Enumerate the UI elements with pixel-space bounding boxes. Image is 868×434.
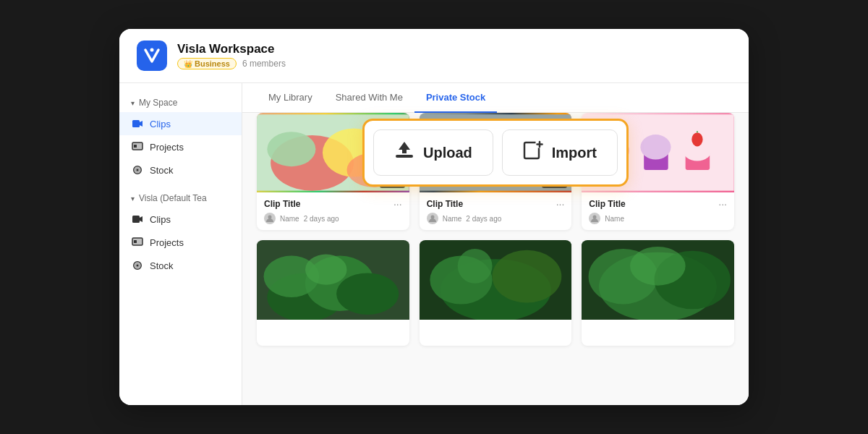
my-space-label: My Space — [139, 98, 177, 108]
import-icon — [523, 140, 543, 165]
sidebar-item-team-stock[interactable]: Stock — [119, 254, 242, 277]
clip-card-4[interactable] — [420, 240, 572, 346]
content-area: My Library Shared With Me Private Stock — [242, 83, 749, 405]
stock-icon — [131, 163, 144, 176]
clip-more-2[interactable]: ··· — [718, 198, 727, 210]
clip-avatar-0 — [264, 213, 276, 224]
upload-icon — [394, 140, 414, 165]
svg-rect-1 — [132, 120, 140, 127]
my-space-chevron: ▾ — [131, 99, 135, 107]
app-window: Visla Workspace Business 6 members ▾ My … — [119, 29, 749, 405]
svg-point-39 — [593, 216, 597, 219]
clip-meta-1: Name 2 days ago — [427, 213, 565, 224]
popup-box: Upload Import — [362, 119, 629, 187]
sidebar-item-team-clips[interactable]: Clips — [119, 208, 242, 231]
clip-meta-2: Name — [589, 213, 727, 224]
workspace-name: Visla Workspace — [177, 42, 286, 56]
sidebar-divider — [119, 182, 242, 190]
svg-marker-12 — [399, 142, 410, 153]
popup-overlay: Upload Import — [242, 113, 749, 119]
sidebar-team-clips-label: Clips — [150, 214, 171, 225]
tab-my-library[interactable]: My Library — [257, 83, 324, 113]
header-sub: Business 6 members — [177, 58, 286, 69]
import-label: Import — [552, 145, 597, 161]
clip-title-row-1: Clip Title ··· — [427, 198, 565, 210]
sidebar-item-projects[interactable]: Projects — [119, 135, 242, 158]
upload-button[interactable]: Upload — [373, 129, 493, 176]
main-layout: ▾ My Space Clips Projects Stock — [119, 83, 749, 405]
clip-title-row-0: Clip Title ··· — [264, 198, 402, 210]
import-button[interactable]: Import — [502, 129, 618, 176]
svg-point-55 — [630, 247, 686, 286]
clips-icon — [131, 117, 144, 130]
workspace-info: Visla Workspace Business 6 members — [177, 42, 286, 69]
team-chevron: ▾ — [131, 195, 135, 203]
svg-point-45 — [305, 255, 346, 285]
sidebar-stock-label: Stock — [150, 165, 174, 176]
clip-time-0: 2 days ago — [304, 215, 339, 223]
sidebar-item-stock[interactable]: Stock — [119, 158, 242, 182]
sidebar-item-clips[interactable]: Clips — [119, 112, 242, 135]
sidebar-projects-label: Projects — [150, 142, 184, 153]
sidebar: ▾ My Space Clips Projects Stock — [119, 83, 242, 405]
clip-title-2: Clip Title — [589, 199, 625, 209]
sidebar-item-team-projects[interactable]: Projects — [119, 231, 242, 254]
clip-card-3[interactable] — [257, 240, 409, 346]
team-section[interactable]: ▾ Visla (Default Tea — [119, 190, 242, 208]
clip-meta-0: Name 2 days ago — [264, 213, 402, 224]
business-badge: Business — [177, 58, 237, 69]
clip-avatar-2 — [589, 213, 600, 224]
projects-icon — [131, 140, 144, 153]
clip-info-5 — [582, 320, 734, 346]
members-count: 6 members — [242, 59, 286, 69]
clip-author-0: Name — [280, 215, 299, 223]
svg-rect-4 — [134, 145, 137, 148]
svg-point-29 — [430, 216, 434, 219]
clip-title-row-2: Clip Title ··· — [589, 198, 727, 210]
svg-point-44 — [336, 273, 399, 314]
clip-more-1[interactable]: ··· — [556, 198, 565, 210]
clip-author-2: Name — [605, 215, 624, 223]
clip-time-1: 2 days ago — [466, 215, 501, 223]
clip-avatar-1 — [427, 213, 438, 224]
clip-title-0: Clip Title — [264, 199, 300, 209]
clip-info-1: Clip Title ··· Name 2 days ago — [420, 192, 572, 230]
svg-point-38 — [692, 132, 703, 146]
clip-info-0: Clip Title ··· Name 2 days ago — [257, 192, 409, 230]
sidebar-team-stock-label: Stock — [150, 260, 174, 271]
team-label: Visla (Default Tea — [139, 193, 207, 203]
clip-info-4 — [420, 320, 572, 346]
team-projects-icon — [131, 236, 144, 249]
clip-thumb-5 — [582, 240, 734, 320]
clip-info-3 — [257, 320, 409, 346]
clip-thumb-3 — [257, 240, 409, 320]
svg-point-35 — [641, 135, 671, 159]
header: Visla Workspace Business 6 members — [119, 29, 749, 83]
my-space-section[interactable]: ▾ My Space — [119, 95, 242, 112]
sidebar-clips-label: Clips — [150, 119, 171, 129]
clip-thumb-4 — [420, 240, 572, 320]
svg-point-20 — [267, 132, 315, 166]
svg-rect-6 — [132, 216, 140, 223]
svg-point-22 — [268, 216, 272, 219]
clip-card-5[interactable] — [582, 240, 734, 346]
team-clips-icon — [131, 213, 144, 226]
clip-info-2: Clip Title ··· Name — [582, 192, 734, 230]
clip-author-1: Name — [443, 215, 462, 223]
sidebar-team-projects-label: Projects — [150, 237, 184, 248]
svg-rect-11 — [396, 155, 413, 158]
svg-point-0 — [150, 48, 154, 52]
tab-private-stock[interactable]: Private Stock — [414, 83, 497, 113]
team-stock-icon — [131, 259, 144, 272]
svg-rect-9 — [134, 240, 137, 243]
tab-shared-with-me[interactable]: Shared With Me — [324, 83, 414, 113]
upload-label: Upload — [423, 145, 472, 161]
clip-title-1: Clip Title — [427, 199, 463, 209]
clip-more-0[interactable]: ··· — [393, 198, 402, 210]
svg-point-50 — [457, 249, 492, 284]
workspace-logo — [137, 41, 167, 71]
svg-point-49 — [492, 250, 561, 303]
tab-bar: My Library Shared With Me Private Stock — [242, 83, 749, 113]
